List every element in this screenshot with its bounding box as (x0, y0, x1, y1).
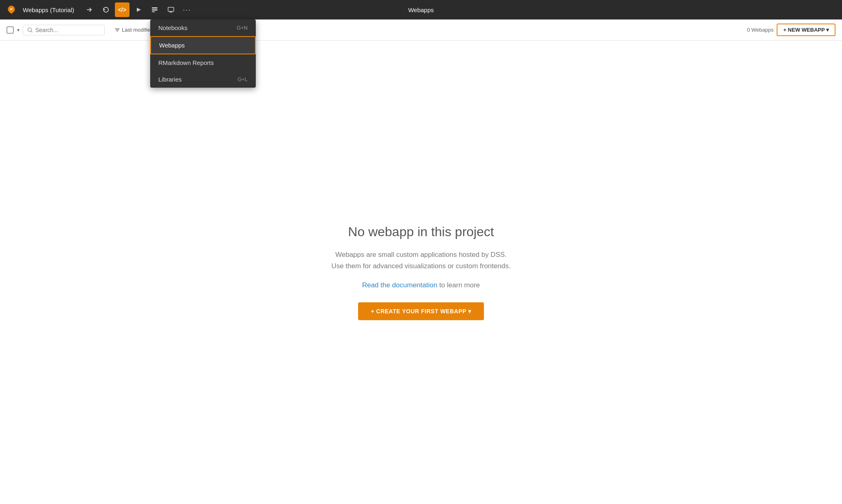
select-all-checkbox[interactable] (6, 26, 14, 34)
app-logo[interactable] (5, 3, 18, 16)
main-content: No webapp in this project Webapps are sm… (0, 41, 842, 504)
share-button[interactable] (82, 2, 97, 17)
sort-icon (114, 27, 120, 33)
svg-rect-0 (152, 7, 158, 9)
search-box[interactable] (23, 25, 105, 35)
run-button[interactable] (131, 2, 146, 17)
create-webapp-button[interactable]: + CREATE YOUR FIRST WEBAPP ▾ (358, 302, 484, 320)
search-icon (27, 27, 33, 33)
svg-rect-3 (168, 7, 174, 11)
code-button[interactable]: </> (115, 2, 130, 17)
dropdown-item-notebooks[interactable]: Notebooks G+N (150, 19, 256, 36)
svg-rect-1 (152, 9, 158, 11)
center-label: Webapps (408, 6, 434, 13)
topbar: Webapps (Tutorial) </> ··· Webapps (0, 0, 842, 19)
toolbar: ▾ Last modified ▾ Tags ▾ 0 Webapps + NEW… (0, 19, 842, 41)
new-webapp-button[interactable]: + NEW WEBAPP ▾ (777, 24, 836, 36)
search-input[interactable] (35, 27, 100, 33)
dropdown-item-libraries[interactable]: Libraries G+L (150, 71, 256, 88)
doc-link[interactable]: Read the documentation (362, 281, 437, 289)
nav-dropdown-menu: Notebooks G+N Webapps RMarkdown Reports … (150, 19, 256, 88)
dropdown-item-webapps[interactable]: Webapps (150, 36, 256, 54)
dropdown-item-rmarkdown[interactable]: RMarkdown Reports (150, 54, 256, 71)
webapp-count: 0 Webapps (747, 27, 774, 33)
checkbox-chevron[interactable]: ▾ (17, 27, 19, 33)
refresh-button[interactable] (99, 2, 113, 17)
app-title: Webapps (Tutorial) (23, 6, 74, 13)
deploy-button[interactable] (147, 2, 162, 17)
empty-state-description: Webapps are small custom applications ho… (331, 249, 510, 271)
empty-state-title: No webapp in this project (348, 224, 494, 239)
more-button[interactable]: ··· (180, 2, 194, 17)
learn-more-text: Read the documentation to learn more (362, 281, 480, 289)
svg-rect-2 (152, 11, 155, 12)
screen-button[interactable] (164, 2, 178, 17)
